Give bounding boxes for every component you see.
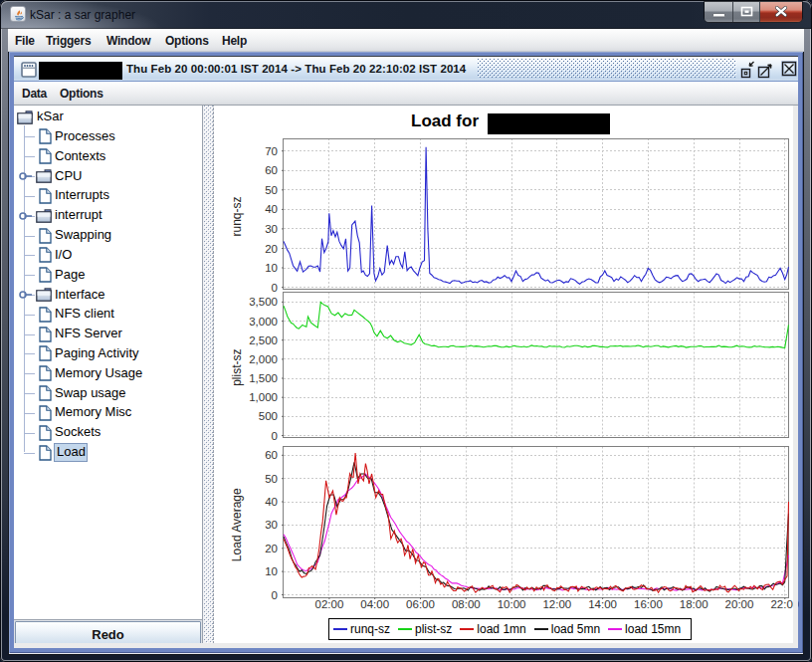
svg-text:16:00: 16:00 (634, 598, 663, 610)
svg-text:1,000: 1,000 (249, 391, 278, 403)
svg-text:70: 70 (265, 145, 278, 157)
svg-text:04:00: 04:00 (360, 598, 389, 610)
svg-text:2,000: 2,000 (249, 353, 278, 365)
svg-text:Load Average: Load Average (230, 488, 244, 561)
svg-text:10:00: 10:00 (498, 598, 526, 610)
svg-text:runq-sz: runq-sz (230, 196, 244, 236)
svg-text:20: 20 (265, 243, 278, 255)
svg-text:50: 50 (265, 473, 278, 485)
svg-text:12:00: 12:00 (542, 598, 571, 610)
svg-text:0: 0 (272, 430, 278, 442)
svg-text:40: 40 (265, 203, 278, 215)
svg-text:60: 60 (265, 449, 278, 461)
svg-text:20: 20 (265, 543, 278, 554)
svg-text:30: 30 (265, 519, 278, 531)
svg-text:20:00: 20:00 (725, 598, 754, 610)
svg-text:60: 60 (265, 164, 278, 176)
svg-text:40: 40 (265, 496, 278, 508)
svg-text:500: 500 (259, 410, 278, 422)
svg-text:10: 10 (265, 565, 278, 577)
svg-text:30: 30 (265, 223, 278, 235)
svg-text:1,500: 1,500 (249, 372, 278, 384)
svg-text:18:00: 18:00 (680, 598, 709, 610)
svg-text:plist-sz: plist-sz (230, 349, 244, 386)
svg-text:02:00: 02:00 (315, 598, 344, 610)
svg-text:0: 0 (272, 589, 278, 601)
svg-text:3,500: 3,500 (249, 296, 278, 308)
svg-text:10: 10 (265, 262, 278, 274)
svg-text:2,500: 2,500 (249, 334, 278, 346)
svg-text:3,000: 3,000 (249, 316, 278, 328)
svg-text:0: 0 (272, 282, 278, 294)
svg-text:14:00: 14:00 (588, 598, 617, 610)
svg-text:06:00: 06:00 (406, 598, 435, 610)
svg-text:08:00: 08:00 (452, 598, 481, 610)
svg-text:50: 50 (265, 184, 278, 196)
